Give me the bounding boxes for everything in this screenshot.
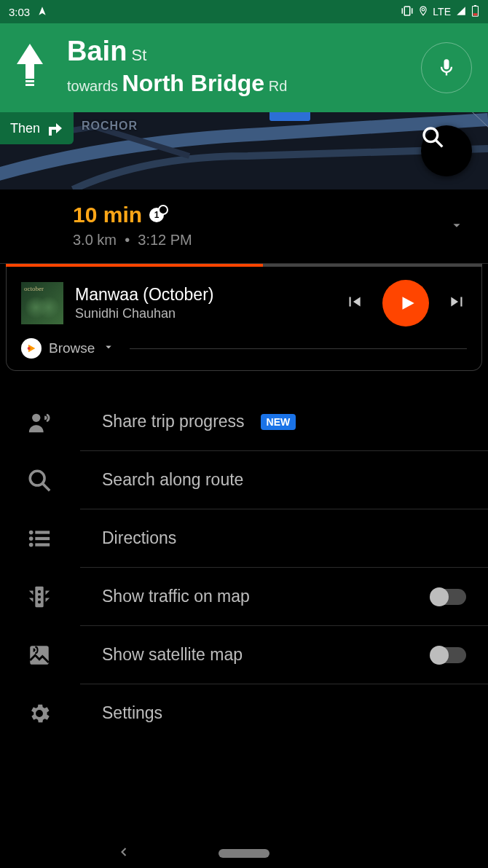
track-artist: Sunidhi Chauhan bbox=[75, 306, 333, 321]
svg-point-18 bbox=[29, 536, 34, 541]
svg-line-11 bbox=[436, 140, 442, 146]
play-button[interactable] bbox=[382, 280, 429, 327]
svg-point-20 bbox=[29, 542, 34, 547]
area-label: ROCHOR bbox=[82, 120, 138, 133]
svg-point-24 bbox=[38, 595, 41, 598]
next-step-chip[interactable]: Then bbox=[0, 112, 74, 144]
svg-point-25 bbox=[38, 600, 41, 603]
direction-straight-icon bbox=[13, 44, 47, 89]
previous-track-button[interactable] bbox=[345, 292, 363, 314]
mic-icon bbox=[436, 58, 457, 78]
towards-text: towards North Bridge Rd bbox=[67, 70, 287, 97]
play-music-icon bbox=[21, 338, 42, 359]
satellite-switch[interactable] bbox=[431, 647, 466, 663]
svg-rect-4 bbox=[474, 5, 476, 7]
info-badge-icon: 1 bbox=[149, 208, 164, 222]
svg-rect-9 bbox=[269, 112, 310, 121]
svg-rect-21 bbox=[35, 543, 50, 546]
svg-point-23 bbox=[38, 590, 41, 593]
svg-rect-6 bbox=[25, 80, 34, 82]
settings-button[interactable]: Settings bbox=[80, 684, 488, 742]
system-home-pill[interactable] bbox=[219, 849, 269, 858]
trip-summary[interactable]: 10 min 1 3.0 km • 3:12 PM bbox=[0, 189, 488, 264]
svg-rect-26 bbox=[30, 646, 49, 665]
play-icon bbox=[398, 294, 417, 313]
street-name: Bain St bbox=[67, 36, 287, 67]
location-icon bbox=[418, 5, 428, 19]
search-along-route-button[interactable]: Search along route bbox=[80, 451, 488, 509]
chevron-down-icon bbox=[102, 340, 115, 356]
svg-point-12 bbox=[28, 347, 31, 350]
map-search-button[interactable] bbox=[421, 125, 472, 176]
gear-icon bbox=[25, 701, 54, 726]
signal-icon bbox=[455, 6, 467, 18]
traffic-icon bbox=[25, 584, 54, 609]
collapse-icon[interactable] bbox=[449, 217, 465, 236]
satellite-icon bbox=[25, 643, 54, 668]
svg-line-15 bbox=[42, 483, 50, 490]
svg-rect-0 bbox=[405, 7, 411, 15]
show-satellite-toggle[interactable]: Show satellite map bbox=[80, 626, 488, 684]
svg-rect-17 bbox=[35, 531, 50, 533]
next-track-button[interactable] bbox=[448, 292, 467, 314]
svg-point-10 bbox=[424, 128, 438, 142]
clock: 3:03 bbox=[9, 6, 30, 18]
eta-time: 10 min 1 bbox=[73, 203, 466, 227]
media-card: october Manwaa (October) Sunidhi Chauhan… bbox=[6, 267, 482, 371]
search-icon bbox=[25, 468, 54, 493]
then-label: Then bbox=[10, 121, 40, 136]
show-traffic-toggle[interactable]: Show traffic on map bbox=[80, 568, 488, 626]
nav-indicator-icon bbox=[37, 6, 47, 18]
svg-rect-7 bbox=[25, 84, 34, 86]
svg-point-16 bbox=[29, 530, 34, 534]
browse-button[interactable]: Browse bbox=[21, 338, 467, 359]
album-art[interactable]: october bbox=[21, 282, 63, 324]
turn-right-icon bbox=[46, 120, 63, 137]
list-icon bbox=[25, 526, 54, 551]
voice-search-button[interactable] bbox=[421, 42, 472, 93]
system-nav-bar bbox=[0, 839, 488, 868]
search-icon bbox=[421, 125, 444, 149]
directions-button[interactable]: Directions bbox=[80, 509, 488, 568]
share-person-icon bbox=[25, 410, 54, 434]
svg-rect-5 bbox=[473, 13, 478, 15]
battery-icon bbox=[471, 5, 479, 19]
route-menu: Share trip progress NEW Search along rou… bbox=[0, 393, 488, 742]
network-label: LTE bbox=[433, 6, 451, 17]
navigation-header: Bain St towards North Bridge Rd bbox=[0, 23, 488, 112]
status-bar: 3:03 LTE bbox=[0, 0, 488, 23]
svg-point-13 bbox=[32, 413, 40, 421]
svg-point-14 bbox=[30, 471, 44, 485]
svg-rect-19 bbox=[35, 536, 50, 539]
system-back-button[interactable] bbox=[117, 845, 131, 862]
traffic-switch[interactable] bbox=[431, 589, 466, 605]
new-badge: NEW bbox=[261, 414, 296, 430]
vibrate-icon bbox=[401, 5, 414, 19]
track-title: Manwaa (October) bbox=[75, 285, 333, 305]
trip-details: 3.0 km • 3:12 PM bbox=[73, 232, 466, 249]
share-trip-button[interactable]: Share trip progress NEW bbox=[80, 393, 488, 451]
